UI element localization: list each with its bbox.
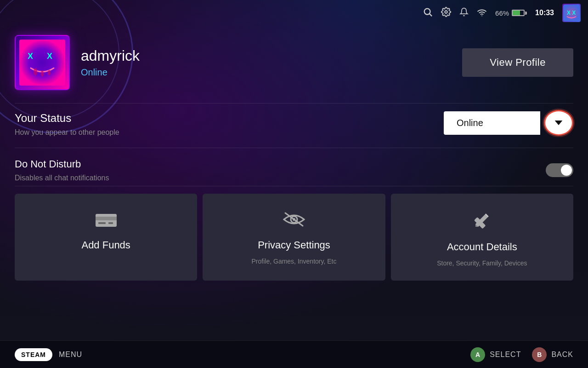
status-left: Your Status How you appear to other peop… [15,104,119,137]
steam-menu: STEAM MENU [15,348,82,361]
svg-text:X X: X X [567,10,576,16]
settings-icon[interactable] [441,7,451,19]
gamepad-a-button[interactable]: A [470,347,485,362]
avatar-top-image: X X [562,4,581,22]
steam-button[interactable]: STEAM [15,348,52,361]
account-details-card[interactable]: Account Details Store, Security, Family,… [391,194,573,281]
svg-text:X: X [28,52,33,61]
status-dropdown-wrapper: Online [444,110,573,136]
svg-line-1 [430,14,432,16]
status-dropdown-button[interactable] [544,110,573,136]
main-content: X X admyrick Online View Profile Your St… [0,26,588,288]
svg-rect-6 [19,40,65,86]
privacy-settings-icon [282,210,306,233]
select-label: SELECT [490,351,521,359]
time-display: 10:33 [535,9,554,17]
view-profile-button[interactable]: View Profile [462,48,573,77]
svg-point-10 [48,70,51,75]
account-details-icon [472,210,492,235]
status-display: Online [444,111,540,135]
profile-left: X X admyrick Online [15,35,140,90]
svg-rect-15 [98,222,106,224]
svg-text:X: X [47,52,52,61]
add-funds-title: Add Funds [81,239,130,251]
avatar-top[interactable]: X X [562,4,581,22]
privacy-settings-title: Privacy Settings [258,239,330,251]
profile-username: admyrick [81,47,140,64]
your-status-title: Your Status [15,112,119,125]
dnd-toggle-thumb [561,165,572,176]
dnd-description: Disables all chat notifications [15,174,109,182]
gamepad-b-button[interactable]: B [532,347,547,362]
bottombar: STEAM MENU A SELECT B BACK [0,340,588,368]
profile-section: X X admyrick Online View Profile [15,26,573,103]
search-icon[interactable] [423,7,433,19]
dnd-toggle[interactable] [546,163,573,177]
account-details-title: Account Details [447,241,517,253]
back-label: BACK [551,351,573,359]
profile-status-online: Online [81,67,140,78]
battery-icon [512,10,527,16]
status-current-value: Online [457,118,483,128]
your-status-description: How you appear to other people [15,128,119,137]
bottom-right-controls: A SELECT B BACK [470,347,573,362]
menu-label: MENU [59,351,82,359]
battery-indicator: 66% [495,9,527,17]
cards-section: Add Funds Privacy Settings Profile, Game… [15,186,573,288]
svg-rect-16 [108,222,113,224]
select-button-group: A SELECT [470,347,521,362]
profile-avatar: X X [15,35,70,90]
account-details-subtitle: Store, Security, Family, Devices [437,259,527,267]
dnd-section: Do Not Disturb Disables all chat notific… [15,148,573,186]
svg-point-11 [41,70,44,77]
add-funds-card[interactable]: Add Funds [15,194,197,281]
profile-info: admyrick Online [81,47,140,78]
svg-rect-14 [96,217,117,220]
svg-marker-12 [555,121,563,125]
svg-point-2 [445,11,447,13]
dnd-left: Do Not Disturb Disables all chat notific… [15,158,109,182]
battery-percent-label: 66% [495,9,509,17]
status-row: Your Status How you appear to other peop… [15,104,573,148]
dnd-title: Do Not Disturb [15,158,109,170]
svg-point-9 [34,68,37,75]
bell-icon[interactable] [459,7,469,19]
privacy-settings-subtitle: Profile, Games, Inventory, Etc [252,258,337,265]
svg-point-0 [424,8,430,14]
privacy-settings-card[interactable]: Privacy Settings Profile, Games, Invento… [203,194,385,281]
topbar: 66% 10:33 X X [0,0,588,26]
wifi-icon [477,8,487,18]
add-funds-icon [95,210,118,233]
back-button-group: B BACK [532,347,573,362]
